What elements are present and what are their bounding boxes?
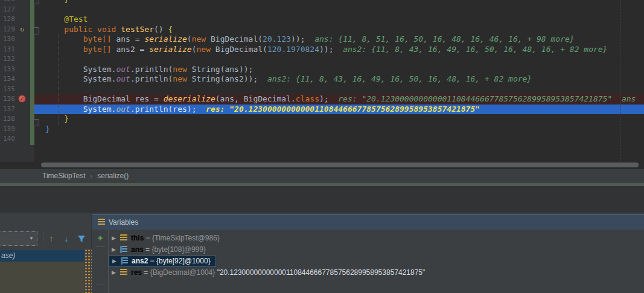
code-token: () [154,25,168,34]
variables-title: Variables [109,215,138,230]
line-number[interactable]: 136✓ [0,94,34,105]
variable-name: res [131,268,142,277]
stack-frame-row[interactable]: ase) [0,250,84,262]
code-token: @Test [64,14,88,24]
variables-header[interactable]: Variables [92,214,644,230]
thread-selector[interactable]: ▼ [0,231,37,246]
variable-row-content: ▶res = {BigDecimal@1004} "20.12300000000… [109,267,430,279]
code-line-138[interactable]: } [0,114,644,124]
line-number[interactable]: 135 [0,85,34,95]
line-number-label: 130 [3,35,15,43]
more-options-button[interactable]: ⋯ [92,280,109,289]
previous-frame-button[interactable]: ↑ [46,233,57,245]
code-token: new [192,34,211,43]
line-number-label: 139 [3,125,15,133]
line-number-label: 131 [3,45,15,53]
line-number[interactable]: 128 [0,14,34,25]
code-line-134[interactable]: System.out.println(new String(ans2)); an… [0,74,644,85]
horizontal-scrollbar[interactable] [41,163,639,167]
code-line-130[interactable]: byte[] ans = serialize(new BigDecimal(20… [0,34,644,45]
code-token: class [296,94,319,103]
code-line-131[interactable]: byte[] ans2 = serialize(new BigDecimal(1… [0,45,644,55]
add-watch-button[interactable]: + [92,233,109,243]
variable-value: {BigDecimal@1004} [150,268,215,277]
code-editor[interactable]: } @Test public void testSer() { byte[] a… [0,0,644,169]
code-token: } [64,114,69,123]
code-token [45,25,64,34]
breadcrumb: TimeSkipTest›serialize() [0,169,644,183]
variable-value: {TimeSkipTest@986} [152,234,220,242]
code-line-137[interactable]: System.out.println(res); res: "20.123000… [0,105,644,115]
code-line-126[interactable]: } [0,0,644,5]
line-number[interactable]: 127 [0,5,34,15]
expand-icon[interactable]: ▶ [112,256,121,266]
editor-gutter[interactable]: 126127128129↻130131132133134135136✓13713… [0,0,34,162]
line-number-label: 132 [3,55,15,63]
variable-row-ans[interactable]: ▶ans = {byte[108]@999} [109,244,644,256]
fold-marker[interactable] [33,27,39,34]
debugger-side-toolbar: + ⋯ ⌄⌄ [92,230,109,293]
fold-marker[interactable] [33,119,39,126]
line-number[interactable]: 129↻ [0,25,34,35]
code-line-128[interactable]: @Test [0,14,644,25]
line-number-label: 127 [3,5,15,13]
line-number[interactable]: 133 [0,65,34,75]
line-number[interactable]: 140 [0,134,34,144]
equals-sign: = [144,245,152,254]
variable-row-ans2[interactable]: ▶ans2 = {byte[92]@1000} [109,256,644,267]
indent-guide [58,34,59,125]
code-line-132[interactable] [0,54,644,65]
variable-row-this[interactable]: ▶this = {TimeSkipTest@986} [109,233,644,244]
code-token: ans [612,94,636,103]
equals-sign: = [142,268,150,277]
line-number-label: 137 [3,105,15,113]
code-line-129[interactable]: public void testSer() { [0,25,644,35]
code-token [305,34,315,43]
code-line-133[interactable]: System.out.println(new String(ans)); [0,65,644,75]
code-token: byte[] [83,34,116,43]
stack-frame-label: ase) [1,251,15,260]
equals-sign: = [144,234,152,242]
fold-marker[interactable] [33,0,39,4]
breadcrumb-method[interactable]: serialize() [97,172,129,180]
breadcrumb-class[interactable]: TimeSkipTest [42,172,86,180]
code-line-135[interactable] [0,85,644,95]
code-token: out [116,74,130,83]
test-run-icon[interactable]: ↻ [18,25,26,33]
line-number-label: 136 [3,95,15,103]
code-token: System. [83,105,116,114]
code-token [196,105,206,114]
expand-icon[interactable]: ▶ [112,233,120,244]
variable-row-res[interactable]: ▶res = {BigDecimal@1004} "20.12300000000… [109,267,644,279]
line-number[interactable]: 130 [0,34,34,45]
filter-frames-button[interactable] [76,233,87,245]
code-token [45,34,83,43]
code-token: } [45,124,50,134]
expand-icon[interactable]: ▶ [112,267,120,279]
breakpoint-icon[interactable]: ✓ [18,95,26,103]
code-line-139[interactable]: } [0,124,644,135]
array-variable-icon [121,257,128,265]
code-token: )); [319,45,333,54]
line-number[interactable]: 134 [0,74,34,85]
line-number[interactable]: 137 [0,105,34,115]
code-token [45,14,64,24]
variables-tree: ▶this = {TimeSkipTest@986}▶ans = {byte[1… [109,233,644,279]
line-number[interactable]: 132 [0,54,34,65]
line-number[interactable]: 139 [0,124,34,135]
code-line-136[interactable]: BigDecimal res = deserialize(ans, BigDec… [0,94,644,105]
frames-scrollbar[interactable] [84,249,92,293]
code-token: new [173,74,191,83]
code-token [45,74,83,83]
code-token [329,94,339,103]
code-token: deserialize [164,94,215,103]
expand-icon[interactable]: ▶ [112,244,120,256]
line-number[interactable]: 126 [0,0,34,5]
code-token: ( [187,34,192,43]
code-line-140[interactable] [0,134,644,144]
code-line-127[interactable] [0,5,644,15]
line-number[interactable]: 138 [0,114,34,124]
next-frame-button[interactable]: ↓ [61,233,72,245]
code-token [45,45,83,54]
line-number[interactable]: 131 [0,45,34,55]
